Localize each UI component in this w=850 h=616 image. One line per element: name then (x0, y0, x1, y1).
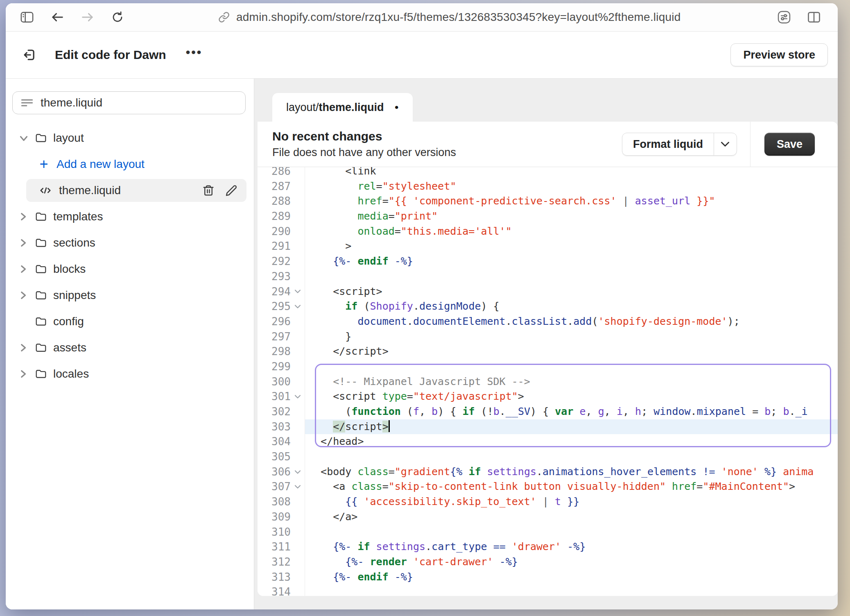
code-line[interactable]: 287 rel="stylesheet" (258, 179, 838, 194)
sidebar-item-layout[interactable]: layout (20, 127, 246, 149)
code-line[interactable]: 309 </a> (258, 510, 838, 525)
reload-icon[interactable] (111, 11, 124, 23)
code-text[interactable]: } (305, 329, 838, 344)
code-line[interactable]: 296 document.documentElement.classList.a… (258, 314, 838, 329)
rename-file-button[interactable] (225, 184, 237, 197)
code-text[interactable] (305, 269, 838, 284)
code-text[interactable]: </head> (305, 434, 838, 449)
delete-file-button[interactable] (202, 184, 215, 197)
code-text[interactable]: <script> (305, 284, 838, 299)
code-text[interactable]: <link (305, 167, 838, 179)
overflow-menu-button[interactable]: ••• (186, 46, 203, 63)
code-line[interactable]: 298 </script> (258, 344, 838, 359)
code-text[interactable]: media="print" (305, 209, 838, 224)
save-button[interactable]: Save (764, 133, 815, 156)
sidebar-item-sections[interactable]: sections (20, 231, 246, 254)
code-text[interactable]: </a> (305, 510, 838, 525)
code-text[interactable]: onload="this.media='all'" (305, 224, 838, 239)
code-line[interactable]: 303 </script> (258, 419, 838, 435)
code-line[interactable]: 301 <script type="text/javascript"> (258, 389, 838, 404)
file-search-input[interactable] (41, 96, 237, 109)
preview-store-button[interactable]: Preview store (730, 43, 828, 66)
code-line[interactable]: 308 {{ 'accessibility.skip_to_text' | t … (258, 494, 838, 510)
code-text[interactable]: (function (f, b) { if (!b.__SV) { var e,… (305, 404, 838, 419)
code-line[interactable]: 312 {%- render 'cart-drawer' -%} (258, 555, 838, 570)
code-line[interactable]: 299 (258, 359, 838, 374)
url-text[interactable]: admin.shopify.com/store/rzq1xu-f5/themes… (236, 11, 680, 24)
fold-chevron-icon[interactable] (291, 464, 305, 480)
chevron-down-icon[interactable] (20, 135, 30, 142)
code-line[interactable]: 306 <body class="gradient{% if settings.… (258, 464, 838, 480)
code-text[interactable]: </script> (305, 344, 838, 359)
file-tab[interactable]: layout/theme.liquid ● (272, 93, 413, 122)
sidebar-item-config[interactable]: config (20, 310, 246, 333)
code-text[interactable]: <!-- Mixpanel Javascript SDK --> (305, 374, 838, 390)
code-text[interactable]: <body class="gradient{% if settings.anim… (305, 464, 838, 480)
code-text[interactable] (305, 584, 838, 596)
code-text[interactable]: rel="stylesheet" (305, 179, 838, 194)
code-text[interactable]: <a class="skip-to-content-link button vi… (305, 479, 838, 494)
chevron-right-icon[interactable] (20, 291, 30, 299)
chevron-right-icon[interactable] (20, 239, 30, 247)
code-text[interactable]: {%- endif -%} (305, 254, 838, 269)
code-text[interactable]: document.documentElement.classList.add('… (305, 314, 838, 329)
code-text[interactable]: </script> (305, 419, 838, 435)
code-text[interactable]: if (Shopify.designMode) { (305, 299, 838, 314)
chevron-right-icon[interactable] (20, 213, 30, 221)
format-dropdown-toggle[interactable] (714, 133, 737, 155)
sidebar-item-add-a-new-layout[interactable]: +Add a new layout (26, 153, 246, 176)
sidebar-toggle-icon[interactable] (20, 11, 34, 23)
file-search-box[interactable] (12, 91, 246, 114)
forward-icon[interactable] (81, 11, 94, 23)
split-view-icon[interactable] (807, 11, 821, 23)
code-text[interactable] (305, 449, 838, 464)
code-line[interactable]: 289 media="print" (258, 209, 838, 224)
sidebar-item-blocks[interactable]: blocks (20, 258, 246, 281)
fold-chevron-icon[interactable] (291, 299, 305, 314)
back-icon[interactable] (51, 11, 64, 23)
code-text[interactable] (305, 525, 838, 540)
format-liquid-button[interactable]: Format liquid (622, 133, 714, 155)
code-line[interactable]: 313 {%- endif -%} (258, 570, 838, 585)
editor-content[interactable]: 286 <link287 rel="stylesheet"288 href="{… (258, 167, 838, 596)
fold-chevron-icon[interactable] (291, 389, 305, 404)
sidebar-item-snippets[interactable]: snippets (20, 284, 246, 307)
code-line[interactable]: 286 <link (258, 167, 838, 179)
code-text[interactable]: {%- if settings.cart_type == 'drawer' -%… (305, 539, 838, 555)
code-text[interactable]: {%- endif -%} (305, 570, 838, 585)
code-text[interactable]: href="{{ 'component-predictive-search.cs… (305, 194, 838, 209)
code-line[interactable]: 314 (258, 584, 838, 596)
code-line[interactable]: 307 <a class="skip-to-content-link butto… (258, 479, 838, 494)
chevron-right-icon[interactable] (20, 370, 30, 378)
sidebar-item-templates[interactable]: templates (20, 205, 246, 228)
code-text[interactable]: > (305, 239, 838, 254)
code-line[interactable]: 300 <!-- Mixpanel Javascript SDK --> (258, 374, 838, 390)
code-text[interactable]: <script type="text/javascript"> (305, 389, 838, 404)
fold-chevron-icon[interactable] (291, 479, 305, 494)
code-text[interactable]: {%- render 'cart-drawer' -%} (305, 555, 838, 570)
sidebar-item-locales[interactable]: locales (20, 362, 246, 385)
code-line[interactable]: 292 {%- endif -%} (258, 254, 838, 269)
url-bar[interactable]: admin.shopify.com/store/rzq1xu-f5/themes… (218, 3, 680, 31)
code-editor[interactable]: 286 <link287 rel="stylesheet"288 href="{… (258, 167, 838, 596)
page-settings-icon[interactable] (777, 10, 791, 24)
chevron-right-icon[interactable] (20, 344, 30, 352)
exit-icon[interactable] (22, 48, 37, 62)
code-line[interactable]: 295 if (Shopify.designMode) { (258, 299, 838, 314)
code-line[interactable]: 288 href="{{ 'component-predictive-searc… (258, 194, 838, 209)
code-line[interactable]: 304 </head> (258, 434, 838, 449)
code-text[interactable] (305, 359, 838, 374)
code-line[interactable]: 297 } (258, 329, 838, 344)
code-line[interactable]: 294 <script> (258, 284, 838, 299)
fold-chevron-icon[interactable] (291, 284, 305, 299)
code-line[interactable]: 290 onload="this.media='all'" (258, 224, 838, 239)
chevron-right-icon[interactable] (20, 265, 30, 273)
sidebar-item-theme.liquid[interactable]: theme.liquid (26, 179, 246, 202)
code-line[interactable]: 310 (258, 525, 838, 540)
code-line[interactable]: 291 > (258, 239, 838, 254)
code-text[interactable]: {{ 'accessibility.skip_to_text' | t }} (305, 494, 838, 510)
sidebar-item-assets[interactable]: assets (20, 336, 246, 359)
code-line[interactable]: 302 (function (f, b) { if (!b.__SV) { va… (258, 404, 838, 419)
code-line[interactable]: 311 {%- if settings.cart_type == 'drawer… (258, 539, 838, 555)
code-line[interactable]: 305 (258, 449, 838, 464)
